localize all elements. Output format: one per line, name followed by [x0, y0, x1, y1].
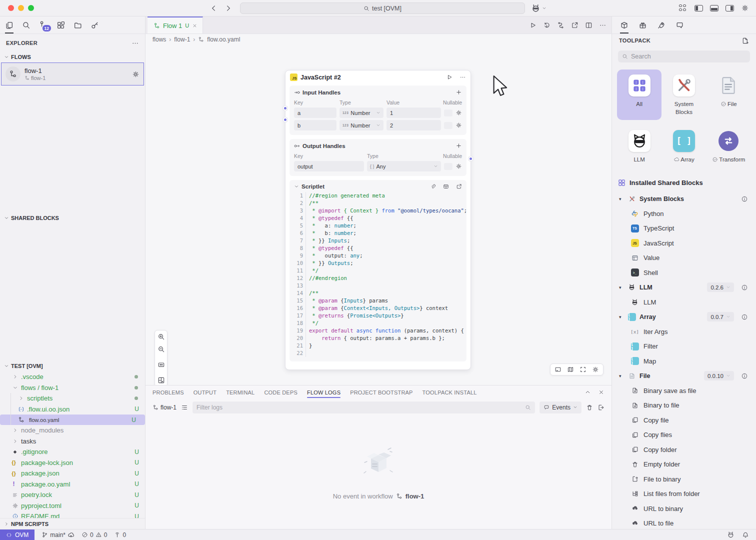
- key-icon[interactable]: [90, 21, 99, 30]
- scriptlet-code[interactable]: 1//#region generated meta2/**3 * @import…: [294, 192, 462, 357]
- handle-type-select[interactable]: { }Any: [367, 161, 441, 172]
- close-panel-icon[interactable]: [598, 389, 604, 396]
- oomol-cat-icon[interactable]: [727, 531, 734, 538]
- handle-key-field[interactable]: output: [294, 161, 364, 172]
- tree-item-package-json[interactable]: {}package.jsonU: [0, 468, 145, 479]
- toggle-bottom-panel-icon[interactable]: [710, 5, 718, 12]
- block-item-iter-args[interactable]: [x]Iter Args: [615, 324, 753, 339]
- more-actions-icon[interactable]: [599, 22, 606, 29]
- minimize-window-button[interactable]: [18, 5, 24, 11]
- canvas-settings-gear-icon[interactable]: [592, 366, 599, 373]
- block-item-map[interactable]: [ ]Map: [615, 354, 753, 368]
- tree-item-package-oo-yaml[interactable]: !package.oo.yamlU: [0, 479, 145, 490]
- collapse-caret-icon[interactable]: ▾: [619, 196, 624, 202]
- open-in-editor-icon[interactable]: [456, 184, 462, 190]
- collapse-caret-icon[interactable]: ▾: [619, 374, 624, 378]
- block-item-javascript[interactable]: JSJavaScript: [615, 236, 753, 250]
- tree-item--gitignore[interactable]: .gitignoreU: [0, 446, 145, 458]
- tree-item--flow-ui-oo-json[interactable]: .flow.ui.oo.jsonU: [0, 404, 145, 415]
- toggle-left-sidebar-icon[interactable]: [694, 5, 703, 12]
- panel-tab-output[interactable]: OUTPUT: [194, 386, 216, 399]
- block-item-copy-flies[interactable]: Copy flies: [615, 428, 753, 442]
- remote-indicator[interactable]: OVM: [0, 530, 34, 540]
- npm-scripts-section-header[interactable]: NPM SCRIPTS: [0, 518, 145, 529]
- breadcrumb-segment[interactable]: flows: [152, 36, 166, 43]
- handle-settings-gear-icon[interactable]: [456, 122, 462, 128]
- toolpack-icon[interactable]: [620, 21, 628, 30]
- close-icon[interactable]: [192, 23, 198, 28]
- zoom-window-button[interactable]: [28, 5, 34, 11]
- block-group-array[interactable]: ▾[ ]Array0.0.7: [615, 310, 753, 324]
- handle-settings-gear-icon[interactable]: [456, 163, 462, 170]
- clear-logs-icon[interactable]: [586, 404, 593, 411]
- panel-tab-code-deps[interactable]: CODE DEPS: [264, 386, 298, 399]
- fullscreen-icon[interactable]: [580, 366, 586, 373]
- block-item-binary-save-as-file[interactable]: Binary save as file: [615, 383, 753, 398]
- block-item-copy-file[interactable]: Copy file: [615, 412, 753, 428]
- block-item-binary-to-file[interactable]: Binary to file: [615, 398, 753, 413]
- history-back-icon[interactable]: [210, 4, 218, 12]
- block-item-url-to-binary[interactable]: URL to binary: [615, 501, 753, 516]
- blocks-icon[interactable]: [56, 21, 65, 30]
- rerun-icon[interactable]: [543, 22, 550, 29]
- node-javascript-2[interactable]: JS JavaScript #2 Input Handles Key Type …: [285, 70, 471, 370]
- info-icon[interactable]: [741, 372, 748, 380]
- explorer-files-icon[interactable]: [5, 21, 14, 30]
- split-editor-icon[interactable]: [585, 22, 592, 29]
- input-handle-dot-b[interactable]: [283, 118, 288, 122]
- nullable-checkbox[interactable]: [444, 163, 452, 170]
- tree-item-flow-oo-yaml[interactable]: flow.oo.yamlU: [0, 414, 145, 425]
- history-forward-icon[interactable]: [224, 4, 232, 12]
- tree-item--vscode[interactable]: .vscode: [0, 372, 145, 382]
- new-toolpack-icon[interactable]: [742, 37, 749, 44]
- toolpack-tile-transform[interactable]: Transform: [706, 125, 751, 168]
- toggle-right-sidebar-icon[interactable]: [726, 5, 734, 12]
- block-item-url-to-file[interactable]: URL to file: [615, 516, 753, 531]
- tree-item-tasks[interactable]: tasks: [0, 436, 145, 447]
- collapse-caret-icon[interactable]: ▾: [619, 285, 624, 290]
- window-controls[interactable]: [8, 5, 38, 11]
- connect-handles-icon[interactable]: [557, 22, 564, 29]
- block-group-llm[interactable]: ▾LLM0.2.6: [615, 280, 753, 295]
- block-item-python[interactable]: Python: [615, 206, 753, 221]
- add-output-icon[interactable]: [456, 142, 462, 149]
- block-group-system-blocks[interactable]: ▾System Blocks: [615, 192, 753, 206]
- breadcrumb-segment[interactable]: flow.oo.yaml: [207, 36, 240, 43]
- flow-list-item[interactable]: flow-1 flow-1: [1, 62, 144, 86]
- maximize-panel-icon[interactable]: [584, 389, 591, 396]
- feedback-comment-icon[interactable]: [676, 21, 684, 30]
- ports-indicator[interactable]: 0: [114, 532, 126, 538]
- flow-settings-gear-icon[interactable]: [132, 70, 140, 78]
- block-item-shell[interactable]: >_Shell: [615, 265, 753, 280]
- search-icon[interactable]: [22, 21, 30, 30]
- block-group-file[interactable]: ▾File0.0.10: [615, 368, 753, 384]
- project-section-header[interactable]: TEST [OVM]: [0, 360, 145, 372]
- block-item-file-to-binary[interactable]: File to binary: [615, 472, 753, 486]
- zoom-in-icon[interactable]: [158, 333, 165, 340]
- block-item-empty-folder[interactable]: Empty folder: [615, 457, 753, 472]
- toolpack-tile-llm[interactable]: LLM: [617, 125, 662, 168]
- notifications-bell-icon[interactable]: [742, 532, 749, 538]
- info-icon[interactable]: [741, 196, 748, 202]
- version-selector[interactable]: 0.0.10: [704, 371, 734, 380]
- tree-item-flows-flow-1[interactable]: flows / flow-1: [0, 382, 145, 394]
- export-icon[interactable]: [571, 22, 578, 29]
- customize-layout-icon[interactable]: [679, 4, 688, 12]
- shared-blocks-section-header[interactable]: SHARED BLOCKS: [0, 212, 145, 224]
- version-selector[interactable]: 0.2.6: [707, 282, 734, 292]
- export-logs-icon[interactable]: [598, 404, 604, 411]
- tree-item-scriptlets[interactable]: scriptlets: [0, 393, 145, 404]
- log-list-icon[interactable]: [181, 404, 188, 411]
- breadcrumb-segment[interactable]: flow-1: [174, 36, 190, 43]
- block-item-typescript[interactable]: TSTypeScript: [615, 221, 753, 236]
- run-flow-icon[interactable]: [529, 22, 536, 29]
- panel-tab-terminal[interactable]: TERMINAL: [226, 386, 254, 399]
- handle-value-field[interactable]: 1: [386, 108, 441, 118]
- table-view-icon[interactable]: [443, 184, 449, 190]
- attach-icon[interactable]: [430, 184, 436, 190]
- block-item-filter[interactable]: [ ]Filter: [615, 339, 753, 354]
- info-icon[interactable]: [741, 284, 748, 291]
- zoom-out-icon[interactable]: [158, 346, 165, 353]
- filter-logs-input[interactable]: Filter logs: [192, 402, 535, 414]
- info-icon[interactable]: [741, 314, 748, 320]
